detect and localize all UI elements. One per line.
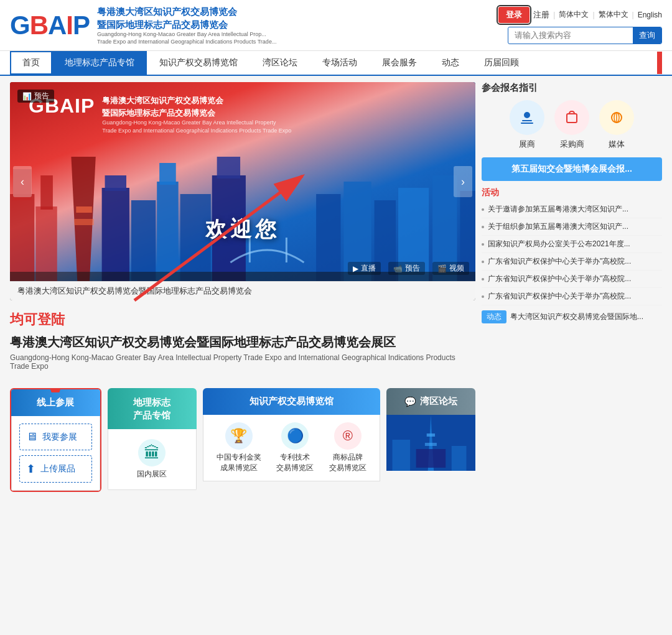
exhibition-report-button[interactable]: 第五届知交会暨地博会展会报...	[482, 157, 662, 181]
search-bar: 查询	[508, 27, 662, 44]
news-item-4[interactable]: 广东省知识产权保护中心关于举办"高校院...	[482, 253, 662, 271]
nav-item-home[interactable]: 首页	[10, 51, 52, 75]
patent-gold-item[interactable]: 🏆 中国专利金奖成果博览区	[217, 422, 261, 473]
participate-icon: 🖥	[26, 430, 37, 443]
right-sidebar: 参会报名指引 展商	[482, 82, 662, 492]
eng-title: Guangdong-Hong Kong-Macao Greater Bay Ar…	[97, 31, 276, 39]
patent-tech-label: 专利技术交易博览区	[276, 452, 314, 473]
domestic-label: 国内展区	[137, 469, 167, 480]
slide-logo-area: GBAIP 粤港澳大湾区知识产权交易博览会 暨国际地理标志产品交易博览会 Gua…	[29, 95, 291, 134]
preview-control[interactable]: 📹 预告	[388, 262, 425, 275]
svg-rect-3	[40, 175, 53, 210]
badge-label: 预告	[34, 91, 49, 101]
svg-rect-5	[76, 206, 92, 213]
slide-title-cn: 粤港澳大湾区知识产权交易博览会	[102, 95, 291, 107]
activities-title: 活动	[482, 187, 662, 198]
patent-tech-item[interactable]: 🔵 专利技术交易博览区	[276, 422, 314, 473]
patent-gold-label: 中国专利金奖成果博览区	[217, 452, 261, 473]
nav-item-news[interactable]: 动态	[429, 51, 472, 75]
card-geo-header: 地理标志产品专馆	[108, 388, 197, 429]
section-title-cn: 粤港澳大湾区知识产权交易博览会暨国际地理标志产品交易博览会展区	[10, 334, 475, 351]
card-online-body: 🖥 我要参展 ⬆ 上传展品	[11, 416, 100, 491]
svg-rect-17	[316, 194, 340, 281]
participate-item[interactable]: 🖥 我要参展	[19, 424, 92, 450]
patent-gold-icon: 🏆	[225, 422, 253, 450]
search-input[interactable]	[508, 28, 633, 42]
news-item-6[interactable]: 广东省知识产权保护中心关于举办"高校院...	[482, 288, 662, 305]
play-icon: ▶	[353, 264, 358, 273]
card-bay: 💬 湾区论坛	[386, 388, 475, 492]
bottom-text: 粤大湾区知识产权交易博览会暨国际地...	[510, 312, 643, 322]
svg-rect-14	[217, 157, 240, 178]
card-ip: 知识产权交易博览馆 🏆 中国专利金奖成果博览区 🔵 专利技术交易博览区	[203, 388, 381, 492]
slide-badge: 📊 预告	[17, 90, 54, 103]
svg-rect-30	[427, 433, 435, 437]
svg-rect-0	[10, 194, 34, 281]
media-svg	[608, 109, 625, 126]
login-button[interactable]: 登录	[498, 7, 530, 23]
annotation-area: 均可登陆 粤港澳大湾区知识产权交易博览会暨国际地理标志产品交易博览会展区 Gua…	[10, 300, 475, 383]
domestic-icon: 🏛	[138, 439, 166, 466]
main-title: 粤港澳大湾区知识产权交易博览会	[97, 5, 276, 18]
bay-image	[386, 415, 475, 471]
lang-en-link[interactable]: English	[638, 11, 662, 19]
buyer-label: 采购商	[560, 139, 584, 150]
nav-item-events[interactable]: 专场活动	[310, 51, 370, 75]
nav-item-services[interactable]: 展会服务	[370, 51, 429, 75]
lang-tw-link[interactable]: 繁体中文	[599, 9, 628, 20]
video-label: 视频	[449, 263, 464, 274]
preview-label: 预告	[405, 263, 420, 274]
slide-welcome: 欢迎您	[205, 215, 280, 244]
domestic-zone-item[interactable]: 🏛 国内展区	[137, 439, 167, 480]
live-control[interactable]: ▶ 直播	[348, 262, 381, 275]
video-control[interactable]: 🎬 视频	[432, 262, 469, 275]
card-ip-items: 🏆 中国专利金奖成果博览区 🔵 专利技术交易博览区 ® 商标品牌交易博览区	[211, 422, 373, 473]
search-button[interactable]: 查询	[633, 27, 661, 44]
eng-title2: Trade Expo and International Geographica…	[97, 39, 276, 46]
nav-item-geo[interactable]: 地理标志产品专馆	[52, 51, 147, 75]
canton-tower-svg	[386, 415, 475, 471]
svg-rect-36	[522, 120, 532, 121]
header-right: 登录 注册 | 简体中文 | 繁体中文 | English 查询	[498, 7, 662, 44]
slide-title-block: 粤港澳大湾区知识产权交易博览会 暨国际地理标志产品交易博览会 Guangdong…	[102, 95, 291, 134]
svg-rect-6	[74, 219, 93, 225]
svg-rect-38	[567, 114, 577, 123]
trademark-item[interactable]: ® 商标品牌交易博览区	[329, 422, 366, 473]
nav-item-history[interactable]: 历届回顾	[472, 51, 531, 75]
chart-icon: 📊	[22, 92, 32, 101]
media-label: 媒体	[609, 139, 625, 150]
upload-item[interactable]: ⬆ 上传展品	[19, 455, 92, 483]
svg-rect-37	[521, 123, 533, 124]
slide-title-cn2: 暨国际地理标志产品交易博览会	[102, 107, 291, 119]
upload-label: 上传展品	[40, 463, 75, 475]
section-title-en: Guangdong-Hong Kong-Macao Greater Bay Ar…	[10, 353, 475, 371]
svg-rect-31	[425, 443, 437, 446]
nav-item-ip[interactable]: 知识产权交易博览馆	[147, 51, 250, 75]
reg-media[interactable]: 媒体	[599, 100, 634, 150]
svg-rect-2	[35, 206, 57, 281]
next-slide-button[interactable]: ›	[454, 166, 472, 197]
register-button[interactable]: 注册	[533, 9, 549, 21]
news-item-1[interactable]: 关于邀请参加第五届粤港澳大湾区知识产...	[482, 201, 662, 218]
svg-rect-8	[105, 175, 126, 191]
buyer-svg	[563, 109, 581, 126]
card-bay-header: 💬 湾区论坛	[386, 388, 475, 415]
nav-item-bay[interactable]: 湾区论坛	[250, 51, 310, 75]
nav-right-accent	[657, 52, 662, 74]
slide-controls: ▶ 直播 📹 预告 🎬 视频	[348, 262, 469, 275]
reg-exhibitor[interactable]: 展商	[510, 100, 544, 150]
slide-image: GBAIP 粤港澳大湾区知识产权交易博览会 暨国际地理标志产品交易博览会 Gua…	[10, 82, 475, 281]
news-item-5[interactable]: 广东省知识产权保护中心关于举办"高校院...	[482, 271, 662, 288]
prev-slide-button[interactable]: ‹	[13, 166, 32, 197]
participate-label: 我要参展	[42, 432, 77, 443]
main-title2: 暨国际地理标志产品交易博览会	[97, 18, 276, 31]
bottom-tag: 动态	[482, 310, 506, 323]
news-item-2[interactable]: 关于组织参加第五届粤港澳大湾区知识产...	[482, 218, 662, 236]
logo-letters: GBAIP	[10, 11, 90, 40]
reg-buyer[interactable]: 采购商	[554, 100, 589, 150]
svg-rect-34	[452, 446, 467, 471]
news-item-3[interactable]: 国家知识产权局办公室关于公布2021年度...	[482, 236, 662, 253]
main-content: 📊 预告	[0, 76, 672, 498]
lang-cn-link[interactable]: 简体中文	[559, 9, 589, 20]
cards-row: 线上参展 🖥 我要参展 ⬆ 上传展品 地理标志产品专馆	[10, 388, 475, 492]
